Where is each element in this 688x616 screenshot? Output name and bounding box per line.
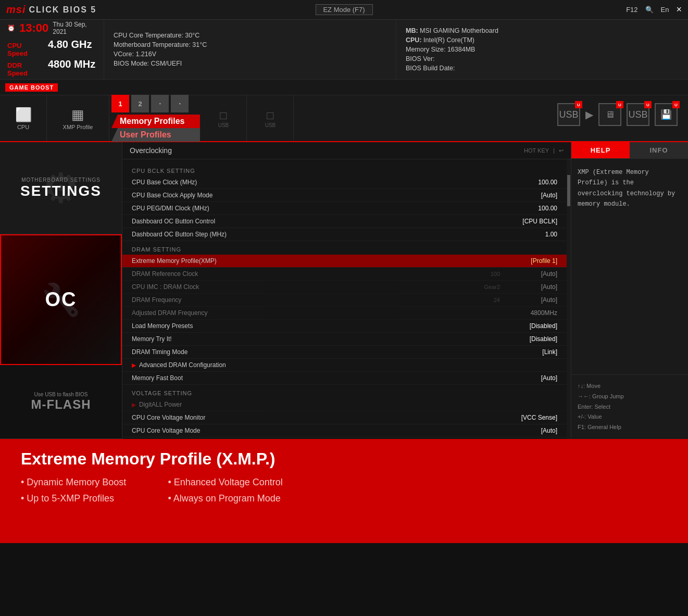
setting-name-label: Adjusted DRAM Frequency: [132, 309, 500, 317]
setting-name-label: CPU IMC : DRAM Clock: [132, 283, 478, 291]
sidebar-item-settings[interactable]: ⚙ Motherboard settings SETTINGS: [0, 142, 122, 234]
info-mid-panel: CPU Core Temperature: 30°C Motherboard T…: [104, 20, 396, 79]
xmp-tab-icon: ▦: [71, 107, 84, 123]
setting-row[interactable]: Memory Fast Boot[Auto]: [122, 372, 567, 385]
tab-slot2[interactable]: □ USB: [247, 95, 294, 141]
tab-slot1[interactable]: □ USB: [200, 95, 247, 141]
sidebar-item-oc[interactable]: 🔧 OC: [0, 234, 122, 365]
setting-row[interactable]: CPU IMC : DRAM ClockGear2[Auto]: [122, 281, 567, 294]
setting-row[interactable]: Memory Try It![Disabled]: [122, 333, 567, 346]
bios-ver-label: BIOS Ver:: [406, 55, 435, 62]
bios-title: CLICK BIOS 5: [29, 5, 96, 15]
setting-value: 100.00: [500, 179, 557, 186]
setting-name-label: DRAM Reference Clock: [132, 270, 484, 278]
tab-slot2-label: USB: [265, 122, 276, 128]
center-panel: Overclocking HOT KEY | ↩ CPU BCLK Settin…: [122, 142, 571, 439]
mflash-title: M-FLASH: [31, 397, 91, 412]
tab-xmp[interactable]: ▦ XMP Profile: [47, 95, 109, 141]
setting-row[interactable]: Adjusted DRAM Frequency4800MHz: [122, 307, 567, 320]
usb-box-2[interactable]: 🖥 U: [598, 103, 621, 126]
usb-item-2[interactable]: 🖥 U: [598, 103, 621, 126]
tab-cpu[interactable]: ⬜ CPU: [0, 95, 47, 141]
setting-name-label: CPU Base Clock (MHz): [132, 179, 500, 186]
tab-xmp-label: XMP Profile: [63, 124, 93, 130]
help-footer-item: Enter: Select: [578, 402, 682, 412]
setting-value: 1.00: [500, 231, 557, 238]
main-content: ⚙ Motherboard settings SETTINGS 🔧 OC Use…: [0, 142, 688, 439]
f12-button[interactable]: F12: [626, 6, 637, 14]
setting-row[interactable]: DRAM Timing Mode[Link]: [122, 346, 567, 359]
hotkey-row: HOT KEY | ↩: [524, 147, 564, 154]
user-profiles-tab[interactable]: User Profiles: [111, 128, 200, 142]
feature-item: Enhanced Voltage Control: [168, 477, 282, 488]
usb-item-3[interactable]: USB U: [627, 103, 649, 126]
setting-name-label: CPU Core Voltage Mode: [132, 427, 500, 434]
xmp-profile-button-2[interactable]: 2: [131, 95, 149, 112]
usb-box-3[interactable]: USB U: [627, 103, 649, 126]
info-tab[interactable]: INFO: [630, 142, 688, 158]
search-icon[interactable]: 🔍: [645, 6, 654, 14]
memory-profiles-tab[interactable]: Memory Profiles: [111, 115, 200, 128]
game-boost-bar[interactable]: GAME BOOST: [0, 80, 688, 95]
cpu-speed-row: CPU Speed 4.80 GHz: [7, 39, 96, 57]
clock-icon: ⏰: [7, 24, 15, 32]
help-footer-item: →←: Group Jump: [578, 392, 682, 402]
ddr-speed-row: DDR Speed 4800 MHz: [7, 58, 96, 77]
setting-value: [Auto]: [500, 374, 557, 382]
scrollbar-thumb[interactable]: [567, 175, 570, 206]
right-panel: HELP INFO XMP (Extreme Memory Profile) i…: [571, 142, 688, 439]
usb-item-4[interactable]: 💾 U: [655, 103, 678, 126]
feature-item: Up to 5-XMP Profiles: [21, 493, 126, 504]
close-button[interactable]: ×: [676, 4, 682, 15]
scrollbar-track[interactable]: [567, 159, 571, 439]
setting-name-label: Dashboard OC Button Control: [132, 218, 500, 225]
xmp-profile-button-3[interactable]: ▪: [151, 95, 169, 112]
setting-row[interactable]: ▶Advanced DRAM Configuration: [122, 359, 567, 372]
setting-row[interactable]: Load Memory Presets[Disabled]: [122, 320, 567, 333]
usb-box-1[interactable]: USB U: [557, 103, 580, 126]
xmp-profile-button-1[interactable]: 1: [111, 95, 129, 112]
setting-row[interactable]: CPU PEG/DMI Clock (MHz)100.00: [122, 202, 567, 215]
info-right-panel: MB: MSI GAMING Motherboard CPU: Intel(R)…: [396, 20, 688, 79]
bios-mode: BIOS Mode: CSM/UEFI: [114, 60, 386, 67]
help-footer-item: +/-: Value: [578, 412, 682, 422]
setting-sub-label: Gear2: [484, 284, 500, 290]
cpu-temp: CPU Core Temperature: 30°C: [114, 32, 386, 39]
mem-label: Memory Size:: [406, 46, 445, 53]
setting-row[interactable]: Extreme Memory Profile(XMP)[Profile 1]: [122, 255, 567, 268]
bottom-banner: Extreme Memory Profile (X.M.P.) Dynamic …: [0, 439, 688, 543]
setting-row[interactable]: ▶DigitALL Power: [122, 398, 567, 411]
tab-slot1-label: USB: [218, 122, 229, 128]
setting-name-label: Dashboard OC Button Step (MHz): [132, 231, 500, 238]
setting-row[interactable]: CPU Core Voltage Mode[Auto]: [122, 424, 567, 437]
setting-row[interactable]: Dashboard OC Button Control[CPU BCLK]: [122, 215, 567, 228]
usb-item-1[interactable]: USB U: [557, 103, 580, 126]
arrow-marker-icon: ▶: [132, 362, 136, 369]
xmp-profile-button-4[interactable]: ▪: [171, 95, 189, 112]
lang-button[interactable]: En: [661, 6, 669, 14]
setting-row[interactable]: DRAM Frequency24[Auto]: [122, 294, 567, 307]
setting-row[interactable]: CPU Core Voltage Monitor[VCC Sense]: [122, 411, 567, 424]
setting-row[interactable]: CPU Base Clock (MHz)100.00: [122, 176, 567, 189]
setting-name-label: CPU Base Clock Apply Mode: [132, 192, 500, 199]
ez-mode-button[interactable]: EZ Mode (F7): [315, 4, 372, 15]
setting-value: 100.00: [500, 205, 557, 212]
setting-row[interactable]: Dashboard OC Button Step (MHz)1.00: [122, 228, 567, 241]
help-tab[interactable]: HELP: [571, 142, 630, 158]
feature-col-left: Dynamic Memory BoostUp to 5-XMP Profiles: [21, 477, 126, 504]
setting-value: [Auto]: [500, 270, 557, 278]
mem-info: Memory Size: 16384MB: [406, 46, 679, 53]
game-boost-label[interactable]: GAME BOOST: [5, 83, 58, 92]
setting-name-label: Advanced DRAM Configuration: [139, 361, 500, 369]
help-footer-item: ↑↓: Move: [578, 381, 682, 392]
reset-icon[interactable]: ↩: [559, 147, 564, 154]
usb-box-4[interactable]: 💾 U: [655, 103, 678, 126]
setting-row[interactable]: CPU Base Clock Apply Mode[Auto]: [122, 189, 567, 202]
sidebar-item-mflash[interactable]: Use USB to flash BIOS M-FLASH: [0, 365, 122, 439]
usb-badge-1: U: [575, 101, 582, 108]
setting-name-label: Load Memory Presets: [132, 322, 500, 330]
right-tabs: HELP INFO: [571, 142, 688, 159]
arrow-right-icon: ▶: [585, 108, 593, 121]
setting-row[interactable]: DRAM Reference Clock100[Auto]: [122, 268, 567, 281]
panel-header: Overclocking HOT KEY | ↩: [122, 142, 571, 159]
